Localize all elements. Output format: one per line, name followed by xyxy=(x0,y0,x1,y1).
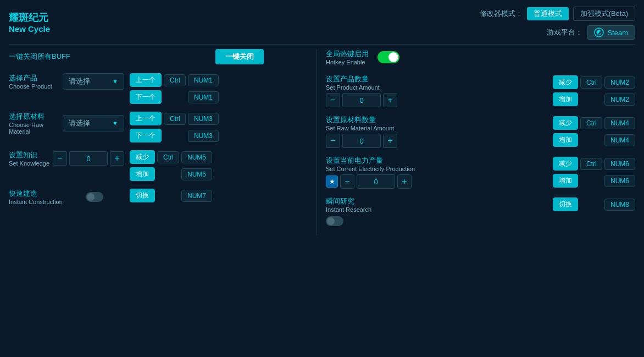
product-amount-decrement[interactable]: − xyxy=(326,93,340,107)
hotkey-enable-cn: 全局热键启用 xyxy=(326,49,369,59)
raw-amount-decrement[interactable]: − xyxy=(326,134,340,148)
instant-research-en: Instant Research xyxy=(326,206,548,213)
num2-inc[interactable]: NUM2 xyxy=(604,94,635,106)
dec-btn-5[interactable]: 减少 xyxy=(130,150,155,164)
instant-research-toggle[interactable] xyxy=(326,216,343,226)
num5-inc[interactable]: NUM5 xyxy=(181,168,212,180)
set-raw-amount-en: Set Raw Material Amount xyxy=(326,125,548,131)
switch-btn-7[interactable]: 切换 xyxy=(130,189,155,202)
ctrl-2[interactable]: Ctrl xyxy=(580,76,602,89)
close-buff-button[interactable]: 一键关闭 xyxy=(215,49,264,64)
choose-raw-value: 请选择 xyxy=(69,118,90,128)
num3-prev[interactable]: NUM3 xyxy=(188,113,219,125)
electricity-stepper: ★ − + xyxy=(326,174,548,189)
knowledge-input[interactable] xyxy=(69,151,108,166)
num5-dec[interactable]: NUM5 xyxy=(181,151,212,163)
electricity-decrement[interactable]: − xyxy=(340,174,354,189)
mode-label: 修改器模式： xyxy=(480,9,523,19)
set-knowledge-en: Set Knowledge xyxy=(9,160,53,167)
set-product-amount-cn: 设置产品数量 xyxy=(326,74,548,84)
product-amount-input[interactable] xyxy=(342,93,381,107)
set-knowledge-cn: 设置知识 xyxy=(9,150,53,160)
star-button[interactable]: ★ xyxy=(326,175,338,188)
platform-label: 游戏平台： xyxy=(547,28,582,37)
buff-label: 一键关闭所有BUFF xyxy=(9,52,70,62)
choose-product-value: 请选择 xyxy=(69,76,90,86)
knowledge-stepper: − + xyxy=(53,151,124,166)
steam-icon xyxy=(594,28,604,37)
num1-next[interactable]: NUM1 xyxy=(188,91,219,103)
num2-dec[interactable]: NUM2 xyxy=(604,76,635,89)
set-electricity-en: Set Current Electricity Production xyxy=(326,166,548,172)
hotkey-enable-toggle[interactable] xyxy=(377,51,399,63)
dec-btn-6[interactable]: 减少 xyxy=(553,157,578,171)
inc-btn-5[interactable]: 增加 xyxy=(130,167,155,181)
num7-switch[interactable]: NUM7 xyxy=(181,190,212,202)
instant-construction-cn: 快速建造 xyxy=(9,189,86,199)
inc-btn-6[interactable]: 增加 xyxy=(553,174,578,188)
instant-research-cn: 瞬间研究 xyxy=(326,196,548,206)
ctrl-3[interactable]: Ctrl xyxy=(164,113,186,125)
knowledge-decrement[interactable]: − xyxy=(53,151,67,166)
raw-amount-stepper: − + xyxy=(326,134,548,148)
choose-product-select[interactable]: 请选择 ▼ xyxy=(63,73,124,90)
inc-btn-2[interactable]: 增加 xyxy=(553,92,578,106)
num1-prev[interactable]: NUM1 xyxy=(188,74,219,86)
num6-inc[interactable]: NUM6 xyxy=(604,175,635,187)
instant-construction-en: Instant Construction xyxy=(9,199,86,205)
switch-btn-8[interactable]: 切换 xyxy=(553,197,578,211)
instant-construction-toggle[interactable] xyxy=(86,192,103,202)
set-product-amount-en: Set Product Amount xyxy=(326,84,548,91)
num4-inc[interactable]: NUM4 xyxy=(604,134,635,146)
normal-mode-button[interactable]: 普通模式 xyxy=(527,7,569,20)
choose-raw-en: Choose Raw Material xyxy=(9,122,63,135)
chevron-down-icon-2: ▼ xyxy=(112,120,118,127)
dec-btn-4[interactable]: 减少 xyxy=(553,116,578,130)
platform-button[interactable]: Steam xyxy=(587,25,635,40)
hotkey-enable-en: Hotkey Enable xyxy=(326,59,369,65)
product-amount-stepper: − + xyxy=(326,93,548,107)
ctrl-4[interactable]: Ctrl xyxy=(580,117,602,129)
ctrl-1[interactable]: Ctrl xyxy=(164,74,186,86)
electricity-increment[interactable]: + xyxy=(397,174,412,189)
platform-name: Steam xyxy=(607,29,628,37)
num6-dec[interactable]: NUM6 xyxy=(604,158,635,170)
next-btn-1[interactable]: 下一个 xyxy=(130,90,162,104)
dec-btn-2[interactable]: 减少 xyxy=(553,75,578,89)
num4-dec[interactable]: NUM4 xyxy=(604,117,635,129)
prev-btn-1[interactable]: 上一个 xyxy=(130,73,162,87)
num8-switch[interactable]: NUM8 xyxy=(604,199,635,211)
prev-btn-2[interactable]: 上一个 xyxy=(130,112,162,125)
choose-raw-cn: 选择原材料 xyxy=(9,112,63,122)
next-btn-2[interactable]: 下一个 xyxy=(130,129,162,142)
app-title: 耀斑纪元 xyxy=(9,11,50,24)
set-raw-amount-cn: 设置原材料数量 xyxy=(326,115,548,125)
choose-raw-select[interactable]: 请选择 ▼ xyxy=(63,115,124,131)
beta-mode-button[interactable]: 加强模式(Beta) xyxy=(573,7,635,21)
app-subtitle: New Cycle xyxy=(9,24,50,34)
ctrl-5[interactable]: Ctrl xyxy=(157,151,179,163)
choose-product-en: Choose Product xyxy=(9,83,63,90)
inc-btn-4[interactable]: 增加 xyxy=(553,133,578,147)
ctrl-6[interactable]: Ctrl xyxy=(580,158,602,170)
electricity-input[interactable] xyxy=(357,174,395,189)
product-amount-increment[interactable]: + xyxy=(383,93,397,107)
knowledge-increment[interactable]: + xyxy=(110,151,124,166)
set-electricity-cn: 设置当前电力产量 xyxy=(326,156,548,166)
num3-next[interactable]: NUM3 xyxy=(188,130,219,142)
raw-amount-increment[interactable]: + xyxy=(383,134,397,148)
chevron-down-icon: ▼ xyxy=(112,78,118,85)
raw-amount-input[interactable] xyxy=(342,134,381,148)
choose-product-cn: 选择产品 xyxy=(9,73,63,83)
